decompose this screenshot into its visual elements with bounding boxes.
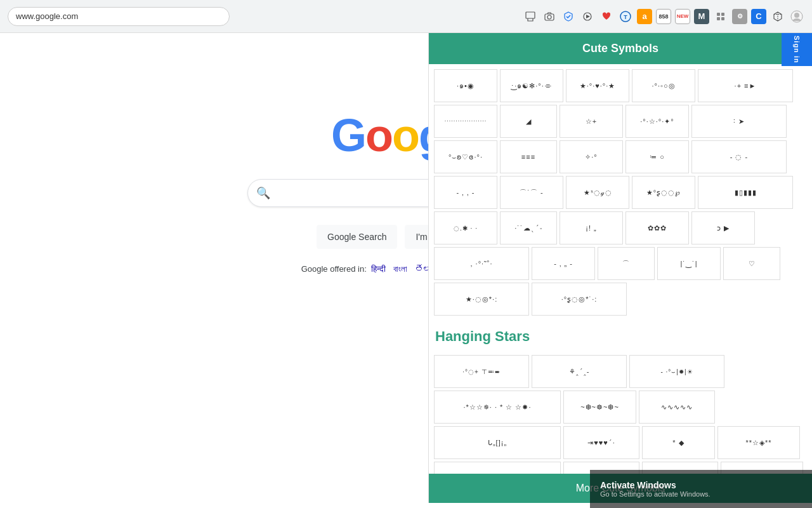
svg-rect-7 — [717, 13, 720, 16]
symbol-cell[interactable]: ≔ ○ — [625, 140, 689, 173]
lang-hindi[interactable]: हिन्दी — [371, 264, 386, 274]
symbol-cell[interactable]: ★·°·♥·°·★ — [566, 69, 629, 102]
grey-icon[interactable]: ⚙ — [732, 9, 747, 24]
c-icon[interactable]: C — [751, 9, 766, 24]
symbol-cell[interactable]: ⌒˙⌒ - — [500, 176, 563, 209]
symbol-cell[interactable]: ✿✿✿ — [625, 211, 689, 244]
symbol-cell[interactable]: ·°·◦○◎ — [632, 69, 695, 102]
svg-rect-9 — [717, 17, 720, 20]
symbol-cell[interactable]: **☆◈** — [717, 426, 800, 459]
coupon-icon[interactable]: 858 — [656, 9, 671, 24]
symbol-cell[interactable]: ⇥♥♥♥ˊ· — [563, 426, 639, 459]
translate-icon[interactable]: T — [618, 9, 633, 24]
m-icon[interactable]: M — [694, 9, 709, 24]
symbol-cell[interactable]: ★·◌◎*·: — [434, 283, 529, 316]
symbol-cell[interactable]: ☆+ — [560, 105, 623, 138]
browser-toolbar: T a 858 NEW M ⚙ C — [523, 9, 804, 24]
amazon-icon[interactable]: a — [637, 9, 652, 24]
symbol-cell[interactable]: ·°ʂ◌◎*˙·: — [532, 283, 627, 316]
main-content: G o o g l e 🔍 Google Search I'm Feeling … — [0, 33, 812, 508]
lang-bengali[interactable]: বাংলা — [393, 264, 407, 274]
symbol-cell[interactable]: ↄ ▶ — [691, 211, 755, 244]
panel-header: Cute Symbols — [429, 33, 812, 64]
symbol-cell[interactable]: °⌣ʚ♡ɞ·°· — [434, 140, 497, 173]
play-icon[interactable] — [580, 9, 595, 24]
symbol-cell[interactable]: ♡ — [723, 247, 780, 280]
symbol-cell[interactable]: ▮▯▮▮▮ — [698, 176, 793, 209]
logo-o2: o — [392, 109, 419, 161]
svg-rect-0 — [526, 12, 535, 18]
url-text: www.google.com — [16, 11, 78, 21]
logo-o1: o — [365, 109, 392, 161]
extension-icon[interactable] — [713, 9, 728, 24]
symbol-cell[interactable]: - ·°⌣|✹|☀ — [629, 355, 724, 388]
activate-windows-overlay: Activate Windows Go to Settings to activ… — [590, 470, 812, 508]
symbol-cell[interactable]: ·͜·๑☯✻·°·⌯ — [500, 69, 563, 102]
symbol-cell[interactable]: ~❆~☸~❆~ — [563, 391, 636, 424]
symbol-cell[interactable]: ⌒ — [598, 247, 655, 280]
symbol-cell[interactable]: ∶ ➤ — [691, 105, 787, 138]
activate-title: Activate Windows — [600, 480, 676, 490]
section-title-hanging-stars: Hanging Stars — [429, 321, 812, 350]
camera-icon[interactable] — [542, 9, 557, 24]
heart-icon[interactable] — [599, 9, 614, 24]
symbol-cell[interactable]: , ·°·˜˚· — [434, 247, 529, 280]
symbol-cell[interactable]: |˙‿˙| — [657, 247, 721, 280]
symbol-cell[interactable]: - ‚ „ - — [532, 247, 595, 280]
symbol-cell[interactable]: - ◌ - — [691, 140, 787, 173]
symbol-cell[interactable]: ⚘‸ˊ‸- — [532, 355, 627, 388]
symbol-cell[interactable]: - ‚ , - — [434, 176, 497, 209]
svg-text:T: T — [624, 14, 627, 20]
svg-rect-10 — [721, 17, 724, 20]
share-icon[interactable] — [523, 9, 538, 24]
symbol-cell[interactable]: ·+ ≡► — [698, 69, 793, 102]
symbol-cell[interactable]: ★°ʂ◌◌℘ — [632, 176, 695, 209]
symbol-cell[interactable]: ¡! „ — [560, 211, 623, 244]
profile-icon[interactable] — [789, 9, 804, 24]
section-title-text: Hanging Stars — [435, 328, 530, 344]
shield-icon[interactable] — [561, 9, 576, 24]
cube-icon[interactable] — [770, 9, 785, 24]
new-icon[interactable]: NEW — [675, 9, 690, 24]
symbol-cell[interactable]: ≡≡≡ — [500, 140, 557, 173]
logo-g: G — [331, 109, 365, 161]
symbol-cell[interactable]: ★ˢ◌ℊ◌ — [566, 176, 629, 209]
symbol-cell[interactable]: ·˙˙☁ˎˊ˗ — [500, 211, 557, 244]
svg-point-14 — [794, 13, 799, 18]
svg-marker-4 — [586, 15, 590, 18]
svg-point-2 — [547, 15, 551, 19]
symbol-cell[interactable]: ·๑•◉ — [434, 69, 497, 102]
symbol-cell[interactable]: ·*☆☆✵· · * ☆ ☆✸· — [434, 391, 561, 424]
svg-rect-8 — [721, 13, 724, 16]
symbols-panel: Cute Symbols ·๑•◉ ·͜·๑☯✻·°·⌯ ★·°·♥·°·★ ·… — [428, 33, 812, 503]
symbol-cell[interactable]: ·°◌+ ⊤≕➨ — [434, 355, 529, 388]
symbol-cell[interactable]: ··················· — [434, 105, 497, 138]
signin-button[interactable]: Sign in — [782, 33, 812, 66]
url-bar[interactable]: www.google.com — [8, 7, 230, 26]
symbol-cell[interactable]: * ◆ — [642, 426, 715, 459]
symbol-cell[interactable]: ᒐ„[]¡„ — [434, 426, 561, 459]
symbol-cell[interactable]: ◌.✱ · · — [434, 211, 497, 244]
cute-symbols-grid: ·๑•◉ ·͜·๑☯✻·°·⌯ ★·°·♥·°·★ ·°·◦○◎ ·+ ≡► ·… — [429, 64, 812, 321]
offered-in-label: Google offered in: — [301, 264, 367, 274]
activate-sub: Go to Settings to activate Windows. — [600, 490, 710, 498]
symbol-cell[interactable]: ◢ — [500, 105, 557, 138]
search-icon: 🔍 — [256, 186, 270, 200]
google-search-button[interactable]: Google Search — [317, 225, 397, 249]
symbol-cell[interactable]: ✧·° — [560, 140, 623, 173]
symbol-cell[interactable]: ∿∿∿∿∿ — [639, 391, 715, 424]
panel-title: Cute Symbols — [582, 42, 658, 55]
symbol-cell[interactable]: ·°·☆·°·✦° — [625, 105, 689, 138]
browser-bar: www.google.com T a 858 NEW M — [0, 0, 812, 33]
